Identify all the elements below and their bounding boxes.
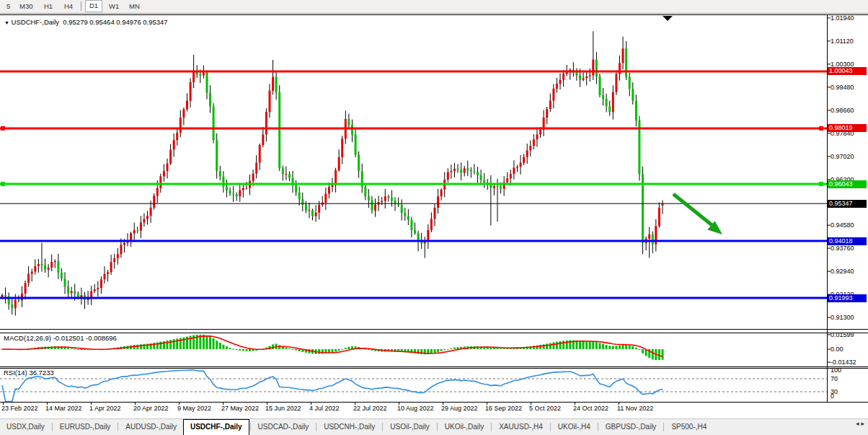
date-tick (575, 402, 575, 405)
chart-canvas[interactable] (0, 0, 868, 435)
price-badge-0.95347: 0.95347 (828, 200, 867, 208)
price-tick: 0.92940 (831, 268, 867, 275)
tab-separator (250, 423, 251, 431)
tab-scroll-right-icon[interactable]: ▸ (861, 420, 867, 427)
price-tick: 0.93760 (831, 245, 867, 252)
date-tick (487, 402, 487, 405)
date-tick-label: 22 Jul 2022 (353, 405, 387, 412)
price-badge-0.96043: 0.96043 (828, 180, 867, 188)
tab-gbpusd-daily[interactable]: GBPUSD-,Daily (599, 419, 663, 435)
date-tick (223, 402, 223, 405)
date-tick (443, 402, 443, 405)
date-tick-label: 14 Mar 2022 (45, 405, 82, 412)
date-tick (179, 402, 180, 405)
date-tick-label: 10 Aug 2022 (397, 405, 434, 412)
tab-separator (52, 423, 53, 431)
rsi-scale-tick: 0 (831, 392, 867, 400)
tab-nav-arrows: ◂▸ (856, 420, 867, 427)
macd-scale-tick: 0.01599 (831, 331, 867, 338)
date-tick (3, 402, 4, 405)
level-handle[interactable] (819, 126, 823, 131)
price-badge-0.94018: 0.94018 (828, 237, 867, 245)
tab-separator (382, 423, 383, 431)
date-tick-label: 9 May 2022 (177, 405, 211, 412)
tab-usdcad-daily[interactable]: USDCAD-,Daily (252, 419, 316, 435)
ohlc-low: 0.94976 (116, 18, 141, 26)
chart-shift-marker-icon (663, 16, 673, 21)
trading-app-window: 5M30H1H4D1W1MN ▼ USDCHF-,Daily 0.95279 0… (0, 0, 868, 435)
date-tick (91, 402, 92, 405)
price-badge-0.98019: 0.98019 (828, 124, 867, 132)
ohlc-high: 0.95464 (89, 18, 114, 26)
date-tick (399, 402, 399, 405)
tab-separator (316, 423, 316, 431)
date-tick-label: 23 Feb 2022 (1, 405, 38, 412)
date-tick (135, 402, 136, 405)
macd-label: MACD(12,26,9) (4, 334, 51, 342)
date-tick-label: 16 Sep 2022 (485, 405, 522, 412)
tab-separator (663, 423, 664, 431)
price-badge-1.00043: 1.00043 (828, 67, 867, 75)
chart-title: ▼ USDCHF-,Daily 0.95279 0.95464 0.94976 … (4, 18, 168, 26)
date-tick (619, 402, 619, 405)
tab-sp500-h4[interactable]: SP500-,H4 (665, 419, 713, 435)
price-tick: 0.91300 (831, 314, 867, 321)
symbol-tab-bar: USDX,DailyEURUSD-,DailyAUDUSD-,DailyUSDC… (0, 418, 868, 435)
date-tick-label: 11 Nov 2022 (617, 405, 653, 412)
trend-arrow-line[interactable] (673, 194, 714, 227)
date-tick-label: 24 Oct 2022 (573, 405, 608, 412)
date-tick (311, 402, 311, 405)
tab-usdcnh-daily[interactable]: USDCNH-,Daily (317, 419, 381, 435)
price-tick: 0.98660 (831, 107, 867, 114)
date-tick (267, 402, 267, 405)
date-tick (47, 402, 48, 405)
date-tick-label: 27 May 2022 (221, 405, 259, 412)
rsi-scale-tick: 100 (831, 366, 867, 374)
price-tick: 1.01120 (831, 38, 867, 45)
tab-separator (118, 423, 118, 431)
macd-title: MACD(12,26,9) -0.012501 -0.008696 (4, 334, 117, 342)
tab-xauusd-h4[interactable]: XAUUSD-,H4 (492, 419, 549, 435)
tab-separator (598, 423, 598, 431)
rsi-line (2, 370, 663, 402)
rsi-title: RSI(14) 36.7233 (4, 369, 54, 377)
tab-ukoil-daily[interactable]: UKOil-,Daily (438, 419, 490, 435)
date-tick-label: 1 Apr 2022 (89, 405, 121, 412)
ohlc-close: 0.95347 (143, 18, 167, 26)
tab-usoil-daily[interactable]: USOil-,Daily (384, 419, 435, 435)
tab-separator (491, 423, 492, 431)
price-badge-0.91993: 0.91993 (828, 294, 867, 302)
rsi-value: 36.7233 (29, 369, 53, 377)
candlestick-series (1, 31, 664, 315)
date-tick (531, 402, 531, 405)
date-tick-label: 15 Jun 2022 (265, 405, 301, 412)
date-tick (355, 402, 355, 405)
macd-scale-tick: 0.00 (831, 346, 867, 353)
chart-title-symbol: USDCHF-,Daily (12, 18, 60, 26)
macd-value-signal: -0.008696 (86, 334, 117, 342)
price-tick: 0.97020 (831, 153, 867, 160)
price-tick: 0.94580 (831, 221, 867, 229)
level-handle[interactable] (1, 126, 5, 131)
tab-audusd-daily[interactable]: AUDUSD-,Daily (119, 419, 183, 435)
date-tick-label: 29 Aug 2022 (441, 405, 478, 412)
level-handle[interactable] (819, 182, 823, 186)
date-tick-label: 4 Jul 2022 (309, 405, 340, 412)
level-handle[interactable] (1, 182, 5, 186)
tab-separator (550, 423, 551, 431)
tab-separator (437, 423, 438, 431)
rsi-label: RSI(14) (4, 369, 27, 377)
ohlc-open: 0.95279 (63, 18, 87, 26)
price-tick: 0.99480 (831, 84, 867, 91)
tab-usdchf-daily[interactable]: USDCHF-,Daily (183, 419, 249, 435)
tab-usdx-daily[interactable]: USDX,Daily (0, 419, 51, 435)
rsi-scale-tick: 70 (831, 375, 867, 382)
date-tick-label: 5 Oct 2022 (529, 405, 561, 412)
tab-ukoil-h4[interactable]: UKOil-,H4 (552, 419, 597, 435)
date-tick-label: 20 Apr 2022 (133, 405, 169, 412)
macd-scale-tick: -0.01432 (831, 359, 867, 366)
macd-value-main: -0.012501 (53, 334, 84, 342)
collapse-indicators-icon[interactable]: ▼ (4, 20, 9, 25)
price-tick: 1.01940 (831, 14, 867, 22)
tab-eurusd-daily[interactable]: EURUSD-,Daily (53, 419, 118, 435)
